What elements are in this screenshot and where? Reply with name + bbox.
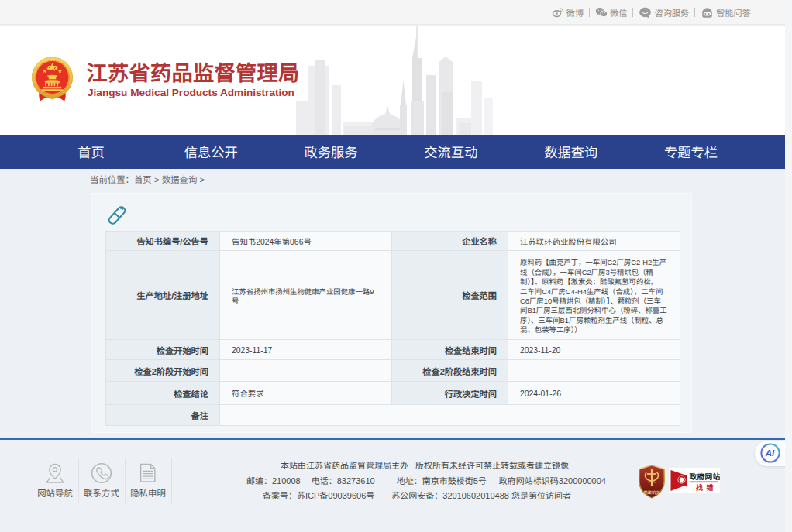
svg-text:找错: 找错	[696, 482, 716, 493]
svg-text:政府网站: 政府网站	[690, 471, 721, 482]
svg-text:Ai: Ai	[765, 448, 775, 458]
svg-text:党政机关: 党政机关	[643, 489, 660, 496]
